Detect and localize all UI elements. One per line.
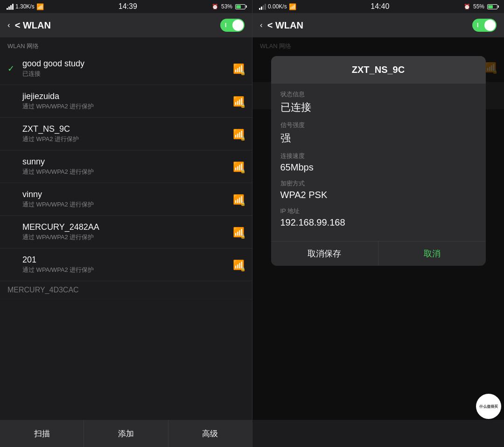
wifi-icon-5: 📶 🔒 [233, 194, 245, 205]
network-info-vinny: vinny 通过 WPA/WPA2 进行保护 [22, 190, 233, 209]
network-name-6: MERCURY_2482AA [22, 222, 233, 232]
network-name-1: good good study [22, 59, 233, 69]
left-alarm-icon: ⏰ [212, 4, 218, 10]
no-check-7: ✓ [7, 260, 17, 270]
watermark-text: 什么值得买 [479, 404, 498, 409]
lock-icon-7: 🔒 [240, 267, 245, 271]
left-status-right: ⏰ 53% [212, 3, 245, 10]
left-battery-icon [235, 4, 245, 9]
left-chevron-icon: ‹ [7, 21, 10, 30]
left-advanced-button[interactable]: 高级 [168, 420, 252, 447]
network-item-sunny[interactable]: ✓ sunny 通过 WPA/WPA2 进行保护 📶 🔒 [0, 150, 252, 183]
network-detail-dialog: ZXT_NS_9C 状态信息 已连接 信号强度 强 连接速度 65Mbps 加密… [271, 56, 486, 266]
right-status-bar: 0.00K/s 📶 14:40 ⏰ 55% [252, 0, 504, 13]
wifi-icon-6: 📶 🔒 [233, 227, 245, 238]
network-status-1: 已连接 [22, 70, 233, 78]
dialog-status-label: 状态信息 [280, 90, 476, 99]
right-chevron-icon: ‹ [260, 21, 263, 30]
network-info-201: 201 通过 WPA/WPA2 进行保护 [22, 255, 233, 274]
left-add-button[interactable]: 添加 [84, 420, 168, 447]
wifi-icon-4: 📶 🔒 [233, 161, 245, 172]
network-status-2: 通过 WPA/WPA2 进行保护 [22, 102, 233, 111]
left-wlan-toggle[interactable]: I [220, 19, 245, 32]
dialog-cancel-save-button[interactable]: 取消保存 [271, 241, 379, 266]
network-name-5: vinny [22, 190, 233, 199]
left-time: 14:39 [119, 2, 137, 11]
right-alarm-icon: ⏰ [464, 4, 470, 10]
network-status-6: 通过 WPA/WPA2 进行保护 [22, 233, 233, 241]
network-item-mercury2482[interactable]: ✓ MERCURY_2482AA 通过 WPA/WPA2 进行保护 📶 🔒 [0, 216, 252, 248]
right-data-speed: 0.00K/s [268, 3, 287, 10]
right-battery-pct: 55% [473, 3, 484, 10]
dialog-ip-label: IP 地址 [280, 207, 476, 215]
dialog-speed-label: 连接速度 [280, 152, 476, 160]
faded-network-name-left: MERCURY_4D3CAC [7, 286, 79, 294]
dialog-speed-value: 65Mbps [280, 162, 476, 173]
watermark-badge: 什么值得买 [476, 394, 501, 419]
network-item-zxt-ns-9c[interactable]: ✓ ZXT_NS_9C 通过 WPA2 进行保护 📶 🔒 [0, 118, 252, 150]
wifi-icon-7: 📶 🔒 [233, 259, 245, 270]
network-info-zxt: ZXT_NS_9C 通过 WPA2 进行保护 [22, 124, 233, 143]
no-check-4: ✓ [7, 162, 17, 172]
signal-bars-right [259, 3, 266, 10]
network-info-sunny: sunny 通过 WPA/WPA2 进行保护 [22, 157, 233, 176]
right-wlan-toggle[interactable]: I [472, 19, 497, 32]
network-item-vinny[interactable]: ✓ vinny 通过 WPA/WPA2 进行保护 📶 🔒 [0, 183, 252, 216]
lock-icon-6: 🔒 [240, 234, 245, 239]
network-info-mercury2482: MERCURY_2482AA 通过 WPA/WPA2 进行保护 [22, 222, 233, 241]
wifi-icon-2: 📶 🔒 [233, 96, 245, 107]
left-status-bar: 1.30K/s 📶 14:39 ⏰ 53% [0, 0, 252, 13]
network-item-jiejiezuida[interactable]: ✓ jiejiezuida 通过 WPA/WPA2 进行保护 📶 🔒 [0, 85, 252, 118]
right-toggle-label: I [477, 22, 478, 28]
network-name-2: jiejiezuida [22, 92, 233, 101]
lock-icon-2: 🔒 [240, 103, 245, 108]
dialog-title-bar: ZXT_NS_9C [271, 56, 486, 84]
dialog-encrypt-label: 加密方式 [280, 179, 476, 188]
left-data-speed: 1.30K/s [15, 3, 35, 10]
left-scan-button[interactable]: 扫描 [0, 420, 84, 447]
right-back-button[interactable]: ‹ < WLAN [260, 20, 303, 31]
network-name-4: sunny [22, 157, 233, 167]
left-back-button[interactable]: ‹ < WLAN [7, 20, 51, 31]
dialog-body: 状态信息 已连接 信号强度 强 连接速度 65Mbps 加密方式 WPA2 PS… [271, 84, 486, 241]
network-name-7: 201 [22, 255, 233, 265]
no-check-2: ✓ [7, 96, 17, 106]
lock-icon-1: 🔒 [240, 71, 245, 75]
dialog-overlay: ZXT_NS_9C 状态信息 已连接 信号强度 强 连接速度 65Mbps 加密… [252, 37, 504, 420]
connected-check-icon: ✓ [7, 64, 17, 74]
dialog-signal-label: 信号强度 [280, 121, 476, 129]
left-panel: 1.30K/s 📶 14:39 ⏰ 53% ‹ < WLAN I WLAN 网络… [0, 0, 252, 447]
left-nav-bar: ‹ < WLAN I [0, 13, 252, 37]
right-time: 14:40 [371, 2, 389, 11]
dialog-status-value: 已连接 [280, 100, 476, 114]
network-name-3: ZXT_NS_9C [22, 124, 233, 134]
right-status-right: ⏰ 55% [464, 3, 497, 10]
dialog-ip-value: 192.168.99.168 [280, 217, 476, 228]
dialog-title: ZXT_NS_9C [280, 64, 476, 75]
network-status-4: 通过 WPA/WPA2 进行保护 [22, 168, 233, 176]
lock-icon-5: 🔒 [240, 201, 245, 206]
left-status-left: 1.30K/s 📶 [7, 3, 44, 10]
left-wifi-icon: 📶 [36, 3, 44, 10]
left-toggle-thumb [232, 20, 244, 31]
no-check-5: ✓ [7, 194, 17, 205]
left-nav-title: < WLAN [15, 20, 51, 31]
dialog-footer: 取消保存 取消 [271, 241, 486, 266]
wifi-icon-3: 📶 🔒 [233, 128, 245, 140]
network-info-jiejiezuida: jiejiezuida 通过 WPA/WPA2 进行保护 [22, 92, 233, 111]
right-nav-title: < WLAN [267, 20, 303, 31]
network-item-201[interactable]: ✓ 201 通过 WPA/WPA2 进行保护 📶 🔒 [0, 248, 252, 281]
no-check-6: ✓ [7, 227, 17, 237]
dialog-cancel-button[interactable]: 取消 [378, 241, 486, 266]
left-section-label: WLAN 网络 [0, 37, 252, 52]
right-toggle-thumb [484, 20, 496, 31]
network-item-good-good-study[interactable]: ✓ good good study 已连接 📶 🔒 [0, 52, 252, 85]
dialog-encrypt-value: WPA2 PSK [280, 190, 476, 200]
network-status-7: 通过 WPA/WPA2 进行保护 [22, 266, 233, 274]
left-toggle-label: I [225, 22, 226, 28]
right-nav-bar: ‹ < WLAN I [252, 13, 504, 37]
right-panel: 0.00K/s 📶 14:40 ⏰ 55% ‹ < WLAN I WLAN 网络… [252, 0, 504, 447]
right-status-left: 0.00K/s 📶 [259, 3, 296, 10]
network-item-faded-left: MERCURY_4D3CAC [0, 281, 252, 299]
right-battery-icon [487, 4, 497, 9]
